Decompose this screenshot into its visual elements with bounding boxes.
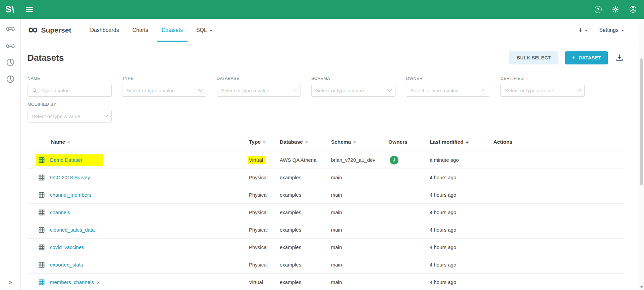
dataset-link[interactable]: cleaned_sales_data [50, 227, 95, 233]
dataset-name: covid_vaccines [36, 242, 88, 253]
dataset-grid-icon [38, 157, 45, 163]
dataset-grid-icon [38, 227, 45, 233]
dataset-schema-cell: main [331, 244, 388, 250]
dataset-type-cell: Virtual [249, 156, 280, 164]
app-logo[interactable]: S\ [5, 4, 15, 15]
sort-icon [67, 140, 70, 144]
pie-chart-icon[interactable] [6, 58, 15, 67]
dataset-schema-cell: main [331, 279, 388, 285]
add-dataset-button[interactable]: + DATASET [565, 51, 608, 64]
filter-name: NAME [28, 76, 112, 97]
dataset-schema-cell: main [331, 262, 388, 268]
column-header-type[interactable]: Type [249, 139, 280, 145]
sort-icon [466, 140, 469, 144]
filter-schema: SCHEMASelect or type a value [311, 76, 395, 97]
dataset-type: Physical [249, 192, 268, 198]
left-icon-rail: » [0, 19, 21, 290]
modified-by-select[interactable]: Select or type a value [28, 110, 112, 123]
name-search-field[interactable] [28, 84, 112, 97]
column-label: Last modified [430, 139, 464, 145]
dataset-link[interactable]: channel_members [50, 192, 91, 198]
dataset-name: channel_members [36, 189, 95, 201]
dataset-name-cell: FCC 2018 Survey [28, 172, 249, 183]
scrollbar-thumb[interactable] [640, 58, 643, 185]
dataset-link[interactable]: covid_vaccines [50, 244, 84, 250]
table-row: covid_vaccinesPhysicalexamplesmain4 hour… [28, 239, 625, 256]
main-nav: DashboardsChartsDatasetsSQL [83, 19, 219, 42]
column-header-database[interactable]: Database [280, 139, 331, 145]
chevron-down-icon [621, 30, 624, 32]
tab-datasets[interactable]: Datasets [155, 19, 190, 42]
owner-select[interactable]: Select or type a value [406, 84, 490, 97]
dataset-type: Physical [249, 175, 268, 180]
filter-label: DATABASE [217, 76, 301, 81]
last-modified-cell: 4 hours ago [430, 175, 493, 180]
select-placeholder: Select or type a value [410, 88, 483, 93]
table-row: channel_membersPhysicalexamplesmain4 hou… [28, 186, 625, 204]
dataset-name: members_channels_2 [36, 277, 103, 288]
dataset-name-cell: covid_vaccines [28, 242, 249, 253]
tab-label: Dashboards [90, 27, 119, 33]
tab-dashboards[interactable]: Dashboards [83, 19, 125, 42]
column-header-name[interactable]: Name [28, 139, 249, 145]
user-account-icon[interactable] [628, 4, 638, 14]
last-modified-cell: a minute ago [430, 157, 493, 163]
dataset-link[interactable]: members_channels_2 [50, 279, 100, 285]
column-header-last-modified[interactable]: Last modified [430, 139, 493, 145]
chevron-down-icon [293, 87, 297, 92]
dataset-type-cell: Physical [249, 262, 280, 268]
plus-icon: + [572, 54, 576, 61]
dataset-database-cell: examples [280, 262, 331, 268]
filters-bar-row2: MODIFIED BYSelect or type a value [28, 102, 625, 123]
sort-icon [305, 140, 308, 144]
tab-sql[interactable]: SQL [190, 19, 219, 42]
superset-logo[interactable]: ∞ Superset [28, 26, 71, 35]
column-header-actions: Actions [493, 139, 625, 145]
hamburger-menu-icon[interactable] [24, 5, 35, 14]
schema-select[interactable]: Select or type a value [311, 84, 395, 97]
page-title: Datasets [28, 53, 64, 63]
name-input[interactable] [41, 87, 107, 94]
chevron-down-icon [585, 30, 588, 32]
column-label: Schema [331, 139, 351, 145]
column-header-schema[interactable]: Schema [331, 139, 388, 145]
superset-brand-name: Superset [41, 26, 71, 34]
dataset-database-cell: examples [280, 175, 331, 180]
dataset-link[interactable]: channels [50, 209, 70, 215]
chevron-down-icon [577, 87, 581, 92]
dataset-grid-icon [38, 279, 45, 286]
datasets-table: NameTypeDatabaseSchemaOwnersLast modifie… [28, 133, 625, 290]
table-row: cleaned_sales_dataPhysicalexamplesmain4 … [28, 221, 625, 239]
owner-avatar[interactable]: J [390, 156, 398, 164]
type-select[interactable]: Select or type a value [122, 84, 206, 97]
dataset-name: exported_stats [36, 259, 86, 271]
highlighted-dataset-name: Demo Dataset [36, 154, 103, 166]
settings-dropdown[interactable]: Settings [599, 27, 624, 33]
certified-select[interactable]: Select or type a value [500, 84, 585, 97]
gamepad-icon[interactable] [6, 24, 15, 34]
database-select[interactable]: Select or type a value [217, 84, 301, 97]
dataset-link[interactable]: FCC 2018 Survey [50, 175, 90, 180]
gear-icon[interactable] [610, 4, 621, 14]
gamepad-icon-2[interactable] [6, 41, 15, 50]
filter-label: NAME [28, 76, 112, 81]
dataset-link[interactable]: Demo Dataset [50, 157, 82, 163]
last-modified-cell: 4 hours ago [430, 279, 493, 285]
tab-charts[interactable]: Charts [126, 19, 155, 42]
expand-rail-icon[interactable]: » [8, 279, 12, 286]
dataset-link[interactable]: exported_stats [50, 262, 83, 268]
dataset-name-cell: exported_stats [28, 259, 249, 271]
new-item-dropdown[interactable]: + [578, 26, 588, 35]
column-label: Actions [493, 139, 513, 145]
bulk-select-button[interactable]: BULK SELECT [509, 51, 558, 64]
pie-chart-icon-2[interactable] [6, 75, 15, 84]
help-icon[interactable]: ? [593, 4, 603, 14]
column-label: Name [51, 139, 65, 145]
chevron-down-icon [482, 87, 486, 92]
vertical-scrollbar[interactable] [639, 19, 644, 290]
select-placeholder: Select or type a value [126, 88, 199, 93]
download-icon[interactable] [614, 53, 625, 63]
filters-bar: NAMETYPESelect or type a valueDATABASESe… [28, 76, 625, 97]
dataset-type-cell: Virtual [249, 279, 280, 285]
scroll-down-arrow-icon[interactable] [640, 286, 643, 288]
